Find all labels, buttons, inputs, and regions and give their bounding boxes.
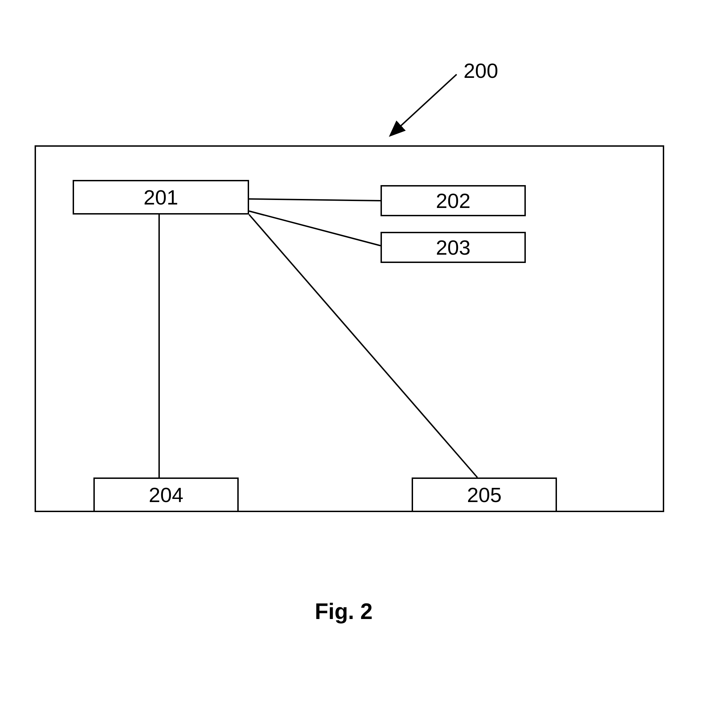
- node-201: 201: [73, 180, 249, 215]
- node-205-label: 205: [467, 483, 502, 507]
- node-201-label: 201: [144, 185, 178, 209]
- node-204: 204: [94, 478, 239, 512]
- ref-label-200: 200: [464, 59, 498, 83]
- figure-caption: Fig. 2: [315, 599, 373, 624]
- node-203: 203: [381, 232, 526, 263]
- node-202: 202: [381, 185, 526, 216]
- node-202-label: 202: [436, 189, 470, 213]
- node-204-label: 204: [149, 483, 183, 507]
- svg-line-0: [391, 74, 457, 135]
- node-203-label: 203: [436, 235, 470, 260]
- node-205: 205: [412, 478, 557, 512]
- figure-canvas: 200 201 202 203 204 205: [0, 0, 705, 728]
